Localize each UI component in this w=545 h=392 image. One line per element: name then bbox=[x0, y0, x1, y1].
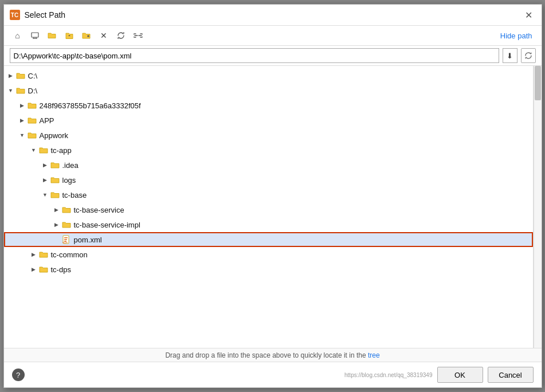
folder-icon-tc-dps bbox=[38, 265, 49, 273]
folder-icon-tc-base-service-impl bbox=[61, 221, 72, 229]
bottom-bar: ? https://blog.csdn.net/qq_38319349 OK C… bbox=[4, 362, 542, 387]
expand-icon-appwork[interactable]: ▼ bbox=[18, 131, 27, 140]
label-tc-dps: tc-dps bbox=[51, 265, 71, 274]
folder-icon-d-drive bbox=[15, 87, 26, 95]
close-button[interactable]: ✕ bbox=[522, 8, 536, 22]
svg-text:</>: </> bbox=[62, 241, 68, 244]
folder-icon-tc-base bbox=[50, 191, 60, 199]
folder-icon-tc-base-service bbox=[61, 206, 72, 214]
link-button[interactable] bbox=[130, 28, 146, 43]
label-tc-base: tc-base bbox=[62, 191, 87, 199]
path-refresh-button[interactable] bbox=[521, 48, 536, 63]
tree-item-d-hash[interactable]: ▶ 248f9637855b715a6a3332f05f bbox=[4, 98, 533, 113]
new-folder-button[interactable] bbox=[79, 28, 95, 43]
tree-item-pom[interactable]: </> pom.xml bbox=[4, 232, 533, 247]
folder-icon-tc-app bbox=[38, 146, 49, 154]
hide-path-button[interactable]: Hide path bbox=[497, 30, 536, 41]
label-d-drive: D:\ bbox=[28, 87, 38, 95]
folder-icon-logs bbox=[50, 176, 60, 184]
tree-item-tc-common[interactable]: ▶ tc-common bbox=[4, 247, 533, 262]
tree-item-c-drive[interactable]: ▶ C:\ bbox=[4, 68, 533, 83]
folder-icon-tc-common bbox=[38, 250, 49, 258]
title-bar: TC Select Path ✕ bbox=[4, 5, 542, 26]
label-tc-base-service-impl: tc-base-service-impl bbox=[74, 221, 140, 229]
folder-icon-d-hash bbox=[27, 101, 37, 109]
help-button[interactable]: ? bbox=[12, 369, 25, 381]
path-input[interactable] bbox=[10, 48, 499, 63]
svg-rect-7 bbox=[64, 237, 68, 238]
toolbar: ⌂ ✕ bbox=[4, 26, 542, 46]
label-idea: .idea bbox=[62, 161, 79, 170]
content-area: ▶ C:\ ▼ D:\ ▶ bbox=[4, 66, 542, 348]
folder-icon-appwork bbox=[27, 131, 37, 139]
status-bar: Drag and drop a file into the space abov… bbox=[4, 348, 542, 362]
home-button[interactable]: ⌂ bbox=[10, 28, 26, 43]
ok-button[interactable]: OK bbox=[437, 367, 483, 383]
expand-icon-tc-base[interactable]: ▼ bbox=[41, 190, 50, 199]
expand-icon-tc-base-service-impl[interactable]: ▶ bbox=[52, 220, 61, 229]
expand-icon-tc-common[interactable]: ▶ bbox=[29, 250, 38, 259]
label-appwork: Appwork bbox=[40, 131, 69, 140]
label-tc-base-service: tc-base-service bbox=[74, 206, 124, 214]
expand-placeholder-pom bbox=[52, 235, 61, 244]
delete-button[interactable]: ✕ bbox=[96, 28, 112, 43]
expand-icon-idea[interactable]: ▶ bbox=[41, 160, 50, 170]
label-d-hash: 248f9637855b715a6a3332f05f bbox=[40, 101, 141, 110]
expand-icon-tc-dps[interactable]: ▶ bbox=[29, 265, 38, 274]
refresh-button[interactable] bbox=[113, 28, 129, 43]
expand-icon-d-hash[interactable]: ▶ bbox=[18, 101, 27, 110]
tree-item-tc-base-service-impl[interactable]: ▶ tc-base-service-impl bbox=[4, 217, 533, 232]
label-app: APP bbox=[40, 116, 54, 125]
app-icon: TC bbox=[10, 10, 20, 20]
cancel-button[interactable]: Cancel bbox=[488, 367, 534, 383]
status-text: Drag and drop a file into the space abov… bbox=[165, 351, 379, 359]
tree-item-idea[interactable]: ▶ .idea bbox=[4, 158, 533, 173]
path-bar: ⬇ bbox=[4, 46, 542, 66]
expand-icon-tc-app[interactable]: ▼ bbox=[29, 146, 38, 155]
tree-item-tc-base[interactable]: ▼ tc-base bbox=[4, 187, 533, 202]
tree-item-appwork[interactable]: ▼ Appwork bbox=[4, 128, 533, 143]
xml-file-icon: </> bbox=[61, 235, 72, 244]
label-tc-app: tc-app bbox=[51, 146, 72, 155]
folder-icon-c-drive bbox=[15, 72, 26, 80]
folder-button[interactable] bbox=[44, 28, 60, 43]
label-tc-common: tc-common bbox=[51, 250, 88, 259]
tree-item-tc-app[interactable]: ▼ tc-app bbox=[4, 143, 533, 158]
label-logs: logs bbox=[62, 176, 76, 185]
expand-icon-d-drive[interactable]: ▼ bbox=[6, 86, 15, 95]
folder-icon-idea bbox=[50, 161, 60, 169]
tree-item-d-drive[interactable]: ▼ D:\ bbox=[4, 83, 533, 98]
scrollbar-thumb[interactable] bbox=[535, 66, 541, 100]
watermark: https://blog.csdn.net/qq_38319349 bbox=[344, 372, 432, 378]
expand-icon-c-drive[interactable]: ▶ bbox=[6, 71, 15, 80]
tree-item-tc-dps[interactable]: ▶ tc-dps bbox=[4, 262, 533, 277]
tree-item-logs[interactable]: ▶ logs bbox=[4, 173, 533, 187]
label-c-drive: C:\ bbox=[28, 72, 38, 80]
expand-icon-app[interactable]: ▶ bbox=[18, 116, 27, 125]
select-path-dialog: TC Select Path ✕ ⌂ bbox=[3, 4, 542, 388]
up-button[interactable] bbox=[61, 28, 77, 43]
expand-icon-logs[interactable]: ▶ bbox=[41, 175, 50, 185]
tree-panel[interactable]: ▶ C:\ ▼ D:\ ▶ bbox=[4, 66, 534, 348]
desktop-button[interactable] bbox=[27, 28, 43, 43]
path-download-button[interactable]: ⬇ bbox=[503, 48, 517, 63]
label-pom: pom.xml bbox=[74, 236, 102, 244]
folder-icon-app bbox=[27, 116, 37, 124]
scrollbar[interactable] bbox=[534, 66, 542, 348]
svg-rect-8 bbox=[64, 239, 67, 240]
expand-icon-tc-base-service[interactable]: ▶ bbox=[52, 205, 61, 214]
tree-item-tc-base-service[interactable]: ▶ tc-base-service bbox=[4, 202, 533, 217]
tree-item-app[interactable]: ▶ APP bbox=[4, 113, 533, 128]
dialog-title: Select Path bbox=[25, 10, 522, 19]
svg-rect-0 bbox=[32, 33, 38, 37]
